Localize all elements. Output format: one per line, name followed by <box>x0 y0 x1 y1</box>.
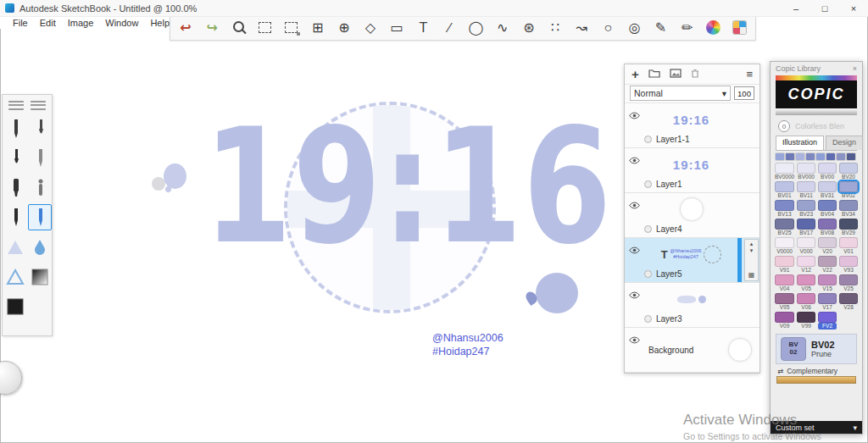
colorless-blender-row[interactable]: 0 Colorless Blen <box>771 117 862 136</box>
copic-swatch-bv0000[interactable]: BV0000 <box>775 163 794 180</box>
copic-swatch-bv00[interactable]: BV00 <box>818 163 837 180</box>
copic-swatch-v95[interactable]: V95 <box>775 293 794 311</box>
pencil-brush[interactable] <box>3 115 27 141</box>
layer-row-layer5[interactable]: T@Nhansu2006#Hoidap247Layer5▲▼▦ <box>625 238 760 283</box>
layer-row-layer4[interactable]: Layer4 <box>625 193 760 238</box>
copic-close-icon[interactable]: × <box>853 64 857 73</box>
swatch-grid-icon[interactable] <box>728 17 752 39</box>
copic-swatch-v20[interactable]: V20 <box>818 237 837 255</box>
colorless-blender-swatch[interactable]: 0 <box>778 120 790 132</box>
layer-row-background[interactable]: Background <box>625 328 760 373</box>
copic-swatch-v12[interactable]: V12 <box>797 256 815 274</box>
water-drop-brush[interactable] <box>28 234 52 260</box>
copic-swatch-bv02[interactable]: BV02 <box>839 181 858 199</box>
ruler-icon[interactable]: ∕ <box>437 17 461 39</box>
copic-swatch-bv13[interactable]: BV13 <box>775 200 794 218</box>
steady-stroke-icon[interactable]: ↝ <box>570 17 593 39</box>
solid-fill-tool[interactable] <box>3 293 27 319</box>
tab-illustration[interactable]: Illustration <box>776 136 824 150</box>
perspective-icon[interactable]: ⊛ <box>517 17 541 39</box>
color-family-chip[interactable] <box>847 153 855 160</box>
paintbrush-brush[interactable] <box>28 115 52 141</box>
layer-radio-dot[interactable] <box>644 225 652 233</box>
copic-swatch-v28[interactable]: V28 <box>839 293 858 311</box>
smudge-brush[interactable] <box>3 234 27 260</box>
color-family-chip[interactable] <box>776 153 784 160</box>
visibility-eye-icon[interactable] <box>629 287 640 302</box>
gradient-fill-tool[interactable] <box>28 263 52 290</box>
pencil-set-icon[interactable]: ✎ <box>649 17 673 39</box>
copic-swatch-v91[interactable]: V91 <box>775 256 794 274</box>
french-curve-icon[interactable]: ∿ <box>491 17 515 39</box>
copic-swatch-bv08[interactable]: BV08 <box>818 219 837 236</box>
color-family-chip[interactable] <box>786 153 794 160</box>
undo-icon[interactable]: ↩ <box>174 17 198 39</box>
copic-swatch-bv23[interactable]: BV23 <box>797 200 815 218</box>
copic-swatch-v000[interactable]: V000 <box>797 237 815 255</box>
crop-icon[interactable]: ⊞ <box>306 17 330 39</box>
layer-opacity-value[interactable]: 100 <box>734 86 754 100</box>
ellipse-guide-icon[interactable]: ◯ <box>465 17 488 39</box>
visibility-eye-icon[interactable] <box>629 108 640 123</box>
delete-layer-icon[interactable] <box>691 66 699 81</box>
layer-radio-dot[interactable] <box>644 270 652 278</box>
copic-swatch-fv2[interactable]: FV2 <box>818 312 837 329</box>
layer-row-layer1-1[interactable]: 19:16Layer1-1 <box>625 103 760 148</box>
brush-settings-icon[interactable] <box>8 101 24 110</box>
polygon-select-icon[interactable]: ◇ <box>359 17 382 39</box>
copic-swatch-v99[interactable]: V99 <box>797 312 815 329</box>
copic-swatch-bv29[interactable]: BV29 <box>839 219 858 236</box>
copic-swatch-bv000[interactable]: BV000 <box>797 163 815 180</box>
color-family-chip[interactable] <box>806 153 815 160</box>
copic-swatch-v25[interactable]: V25 <box>839 274 858 292</box>
distort-icon[interactable]: ▭ <box>385 17 409 39</box>
copic-swatch-v15[interactable]: V15 <box>818 274 837 292</box>
copic-swatch-bv01[interactable]: BV01 <box>775 181 794 199</box>
copic-swatch-v05[interactable]: V05 <box>797 274 815 292</box>
layer-row-layer3[interactable]: Layer3 <box>625 283 760 328</box>
copic-swatch-bv04[interactable]: BV04 <box>818 200 837 218</box>
airbrush-brush[interactable] <box>28 174 52 201</box>
visibility-eye-icon[interactable] <box>629 197 640 213</box>
layer-quick-controls[interactable]: ▲▼▦ <box>744 239 759 281</box>
copic-swatch-bv31[interactable]: BV31 <box>818 181 837 199</box>
custom-set-dropdown[interactable]: Custom set ▾ <box>771 421 862 434</box>
blend-mode-dropdown[interactable]: Normal ▾ <box>630 86 731 101</box>
marker-brush[interactable] <box>3 174 27 201</box>
layer-radio-dot[interactable] <box>644 315 652 323</box>
layer-radio-dot[interactable] <box>644 136 652 143</box>
text-tool-icon[interactable]: T <box>411 17 435 39</box>
copic-swatch-bv34[interactable]: BV34 <box>839 200 858 218</box>
menu-edit[interactable]: Edit <box>34 18 62 28</box>
alpha-lock-icon[interactable]: ▦ <box>748 271 755 279</box>
symmetry-icon[interactable]: ∷ <box>543 17 567 39</box>
new-group-folder-icon[interactable] <box>648 66 660 81</box>
magic-select-icon[interactable] <box>280 17 303 39</box>
color-family-chip[interactable] <box>837 153 845 160</box>
visibility-eye-icon[interactable] <box>629 152 640 168</box>
copic-swatch-v22[interactable]: V22 <box>818 256 837 274</box>
copic-swatch-bv20[interactable]: BV20 <box>839 163 858 180</box>
redo-icon[interactable]: ↪ <box>200 17 224 39</box>
copic-swatch-v04[interactable]: V04 <box>775 274 794 292</box>
layer-radio-dot[interactable] <box>644 180 652 188</box>
glow-pen-brush[interactable] <box>28 204 52 230</box>
copic-swatch-bv17[interactable]: BV17 <box>797 219 815 236</box>
color-family-chip[interactable] <box>796 153 804 160</box>
reorder-arrows-icon[interactable]: ▲▼ <box>749 241 754 255</box>
brush-set-icon[interactable]: ✏ <box>676 17 699 39</box>
color-family-chip[interactable] <box>826 153 835 160</box>
complementary-row[interactable]: ⇄ Complementary <box>771 366 862 375</box>
import-image-icon[interactable] <box>670 66 682 81</box>
ellipse-tool-icon[interactable]: ◎ <box>622 17 646 39</box>
brush-library-icon[interactable] <box>31 101 46 110</box>
copic-swatch-v09[interactable]: V09 <box>775 312 794 329</box>
copic-swatch-v01[interactable]: V01 <box>839 237 858 255</box>
zoom-icon[interactable] <box>226 17 250 39</box>
copic-swatch-bv11[interactable]: BV11 <box>797 181 815 199</box>
menu-image[interactable]: Image <box>62 18 100 28</box>
menu-window[interactable]: Window <box>99 18 144 28</box>
circle-tool-icon[interactable]: ○ <box>596 17 620 39</box>
ballpoint-pen-brush[interactable] <box>28 145 52 171</box>
visibility-eye-icon[interactable] <box>629 332 640 347</box>
